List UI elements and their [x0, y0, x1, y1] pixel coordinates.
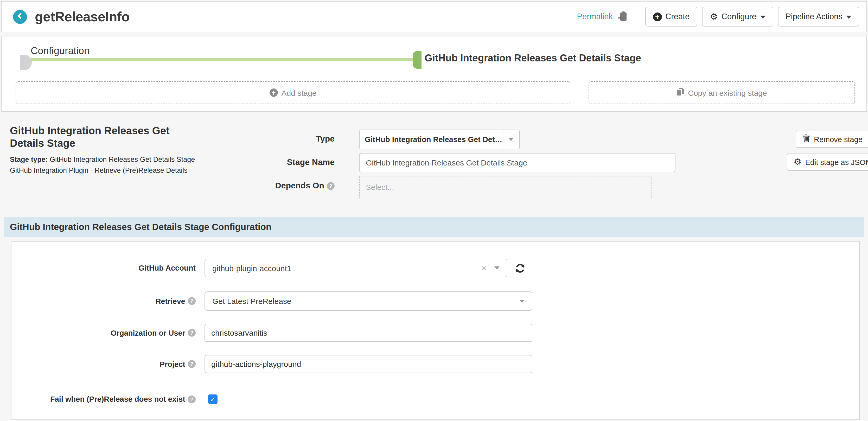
stage-type-select[interactable]: GitHub Integration Releases Get Det… [359, 129, 520, 149]
add-stage-button[interactable]: + Add stage [16, 81, 570, 104]
create-button[interactable]: + Create [645, 7, 697, 27]
gear-icon: ⚙ [710, 12, 718, 21]
help-icon[interactable]: ? [188, 329, 196, 337]
chevron-down-icon [519, 300, 525, 303]
project-label: Project ? [11, 360, 196, 368]
pipeline-config-page: getReleaseInfo Permalink + Create ⚙ Conf… [0, 1, 868, 421]
project-row: Project ? [11, 355, 859, 373]
copy-existing-stage-button[interactable]: Copy an existing stage [589, 81, 855, 104]
retrieve-label-text: Retrieve [156, 297, 185, 305]
plus-circle-icon: + [653, 12, 662, 21]
help-icon[interactable]: ? [327, 182, 335, 190]
fail-when-checkbox[interactable]: ✓ [208, 394, 218, 404]
stage-config-card: GitHub Account github-plugin-account1 × … [11, 241, 860, 420]
depends-on-select[interactable]: Select... [359, 176, 652, 198]
help-icon[interactable]: ? [188, 297, 196, 305]
depends-on-placeholder: Select... [366, 183, 394, 191]
clear-icon[interactable]: × [482, 264, 487, 272]
help-icon[interactable]: ? [188, 395, 196, 403]
graph-connector-line [31, 58, 413, 61]
fail-when-label: Fail when (Pre)Release does not exist ? [11, 395, 196, 403]
clipboard-copy-icon[interactable] [617, 11, 627, 23]
github-account-label: GitHub Account [11, 264, 196, 272]
configure-label: Configure [721, 12, 756, 21]
edit-stage-as-json-button[interactable]: ⚙ Edit stage as JSON [787, 153, 868, 171]
stage-type-prefix: Stage type: [10, 156, 48, 163]
retrieve-value: Get Latest PreRelease [212, 297, 519, 305]
stage-heading: GitHub Integration Releases Get Details … [10, 124, 204, 150]
stage-node[interactable] [413, 51, 422, 69]
organization-label-text: Organization or User [111, 329, 185, 337]
stage-type-select-value: GitHub Integration Releases Get Det… [360, 130, 502, 149]
help-icon[interactable]: ? [188, 360, 196, 368]
remove-stage-button[interactable]: Remove stage [796, 131, 868, 148]
refresh-accounts-button[interactable] [515, 263, 526, 273]
chevron-down-icon [846, 16, 851, 19]
fail-when-row: Fail when (Pre)Release does not exist ? … [11, 394, 859, 404]
retrieve-row: Retrieve ? Get Latest PreRelease [11, 292, 859, 311]
select-caret-button[interactable] [502, 130, 519, 149]
pipeline-actions-button[interactable]: Pipeline Actions [778, 7, 859, 27]
stage-type-line: Stage type: GitHub Integration Releases … [10, 155, 204, 166]
github-account-select[interactable]: github-plugin-account1 × [205, 259, 507, 277]
retrieve-label: Retrieve ? [11, 297, 196, 305]
trash-icon [802, 134, 810, 144]
fail-when-label-text: Fail when (Pre)Release does not exist [50, 395, 185, 403]
plus-circle-icon: + [269, 88, 278, 97]
gear-icon: ⚙ [794, 158, 802, 167]
stage-details-section: GitHub Integration Releases Get Details … [0, 112, 868, 217]
github-account-label-text: GitHub Account [138, 264, 196, 272]
add-stage-label: Add stage [281, 88, 316, 97]
copy-stage-label: Copy an existing stage [688, 88, 767, 97]
refresh-icon [515, 263, 526, 273]
pipeline-actions-label: Pipeline Actions [785, 12, 842, 21]
remove-stage-label: Remove stage [814, 135, 863, 143]
edit-json-label: Edit stage as JSON [805, 158, 868, 166]
create-label: Create [665, 12, 689, 21]
stage-type-value: GitHub Integration Releases Get Details … [48, 156, 195, 163]
organization-row: Organization or User ? [11, 324, 859, 342]
arrow-left-icon [16, 12, 24, 22]
chevron-down-icon [494, 266, 500, 270]
chevron-down-icon [508, 138, 514, 141]
chevron-down-icon [760, 16, 765, 19]
stage-name-input[interactable] [359, 153, 676, 172]
stage-summary: GitHub Integration Releases Get Details … [10, 124, 204, 176]
stage-name-label: Stage Name [210, 158, 335, 167]
depends-on-label: Depends On ? [210, 181, 335, 190]
stage-config-section-header: GitHub Integration Releases Get Details … [4, 217, 864, 237]
back-button[interactable] [13, 10, 27, 24]
project-input[interactable] [205, 355, 532, 373]
organization-input[interactable] [205, 324, 532, 342]
project-label-text: Project [160, 360, 185, 368]
page-title: getReleaseInfo [35, 8, 130, 25]
depends-on-label-text: Depends On [275, 181, 324, 190]
pipeline-graph-card: Configuration GitHub Integration Release… [1, 36, 867, 112]
checkmark-icon: ✓ [210, 395, 216, 403]
stage-config-section-title: GitHub Integration Releases Get Details … [10, 221, 271, 232]
configuration-node[interactable] [20, 55, 32, 70]
github-account-row: GitHub Account github-plugin-account1 × [11, 259, 859, 277]
configure-button[interactable]: ⚙ Configure [702, 7, 773, 27]
configuration-node-label[interactable]: Configuration [31, 45, 90, 57]
type-label: Type [210, 134, 335, 144]
permalink-link[interactable]: Permalink [577, 12, 613, 21]
copy-files-icon [677, 87, 684, 98]
retrieve-select[interactable]: Get Latest PreRelease [205, 292, 532, 311]
header-bar: getReleaseInfo Permalink + Create ⚙ Conf… [1, 1, 867, 32]
stage-node-label[interactable]: GitHub Integration Releases Get Details … [425, 53, 641, 64]
github-account-value: github-plugin-account1 [212, 264, 482, 272]
organization-label: Organization or User ? [11, 329, 196, 337]
stage-description: GitHub Integration Plugin - Retrieve (Pr… [10, 165, 204, 176]
